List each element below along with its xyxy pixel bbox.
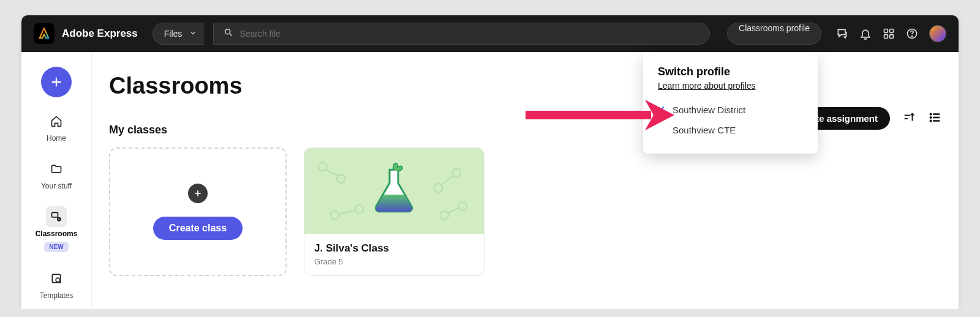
- check-icon: ✓: [658, 104, 666, 115]
- class-name: J. Silva's Class: [314, 242, 474, 255]
- brand-name: Adobe Express: [62, 28, 138, 40]
- switch-profile-popover: Switch profile Learn more about profiles…: [643, 52, 818, 154]
- main-content: Classrooms Create assignment My classes: [92, 52, 959, 309]
- chat-icon[interactable]: [836, 28, 848, 40]
- sidebar-item-label: Templates: [40, 291, 74, 300]
- user-avatar[interactable]: [929, 25, 946, 42]
- profile-option-southview-district[interactable]: ✓ Southview District: [658, 99, 803, 120]
- search-icon: [224, 28, 233, 40]
- home-icon: [46, 111, 67, 132]
- profile-option-label: Southview District: [673, 105, 745, 115]
- sidebar-item-your-stuff[interactable]: Your stuff: [21, 156, 91, 193]
- svg-rect-10: [52, 212, 58, 217]
- brand-logo[interactable]: Adobe Express: [34, 23, 138, 44]
- svg-rect-2: [884, 29, 888, 33]
- svg-point-0: [225, 29, 230, 34]
- create-new-button[interactable]: [41, 67, 72, 97]
- sidebar-item-label: Classrooms: [36, 229, 78, 238]
- create-class-button[interactable]: Create class: [153, 217, 243, 240]
- class-subtitle: Grade 5: [314, 257, 474, 266]
- sort-icon[interactable]: [902, 111, 916, 127]
- classrooms-profile-button[interactable]: Classrooms profile: [727, 23, 821, 45]
- sidebar-item-home[interactable]: Home: [21, 108, 91, 145]
- svg-point-7: [911, 36, 912, 37]
- help-icon[interactable]: [906, 28, 918, 40]
- apps-icon[interactable]: [883, 28, 895, 40]
- search-field[interactable]: [213, 23, 710, 45]
- files-dropdown-label: Files: [164, 29, 183, 39]
- templates-icon: [46, 268, 67, 289]
- classrooms-icon: [46, 206, 67, 227]
- class-thumbnail: [304, 148, 484, 234]
- svg-line-1: [230, 34, 232, 35]
- svg-point-20: [930, 117, 932, 118]
- top-bar: Adobe Express Files Classrooms profile: [21, 15, 959, 52]
- svg-rect-4: [884, 35, 888, 39]
- learn-more-link[interactable]: Learn more about profiles: [658, 81, 803, 91]
- bell-icon[interactable]: [859, 28, 872, 40]
- svg-point-22: [930, 120, 932, 121]
- profile-option-label: Southview CTE: [673, 125, 736, 135]
- create-class-card[interactable]: Create class: [109, 147, 287, 276]
- list-view-icon[interactable]: [928, 111, 941, 127]
- files-dropdown[interactable]: Files: [153, 23, 205, 45]
- sidebar-item-classrooms[interactable]: Classrooms NEW: [21, 204, 91, 255]
- profile-option-southview-cte[interactable]: Southview CTE: [658, 120, 803, 140]
- chevron-down-icon: [189, 29, 197, 39]
- sidebar-item-label: Home: [47, 134, 66, 143]
- svg-point-13: [56, 278, 60, 282]
- sidebar-item-templates[interactable]: Templates: [21, 266, 91, 302]
- svg-rect-5: [890, 35, 894, 39]
- popover-title: Switch profile: [658, 65, 803, 78]
- sidebar-item-label: Your stuff: [41, 182, 72, 190]
- search-input[interactable]: [239, 29, 699, 39]
- new-badge: NEW: [44, 242, 68, 252]
- svg-point-18: [930, 113, 932, 114]
- svg-rect-3: [890, 29, 894, 33]
- sidebar: Home Your stuff Classrooms NEW Templ: [21, 52, 92, 309]
- class-card[interactable]: J. Silva's Class Grade 5: [304, 147, 484, 276]
- folder-icon: [46, 158, 67, 179]
- plus-circle-icon: [188, 184, 208, 203]
- adobe-express-icon: [34, 23, 55, 44]
